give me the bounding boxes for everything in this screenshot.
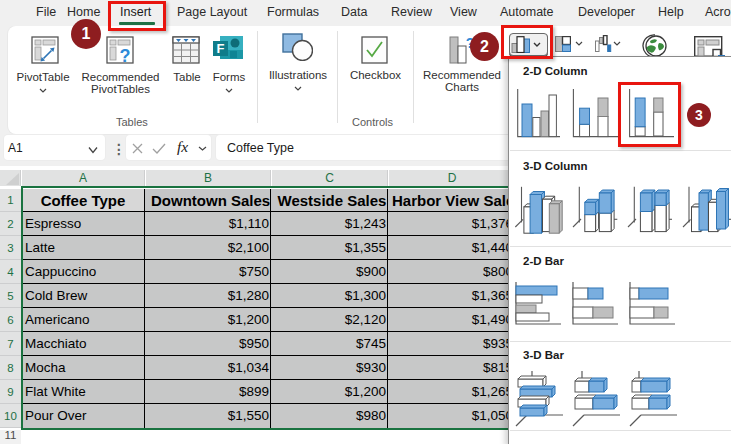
svg-text:?: ? xyxy=(120,46,131,65)
svg-text:F: F xyxy=(217,41,225,56)
